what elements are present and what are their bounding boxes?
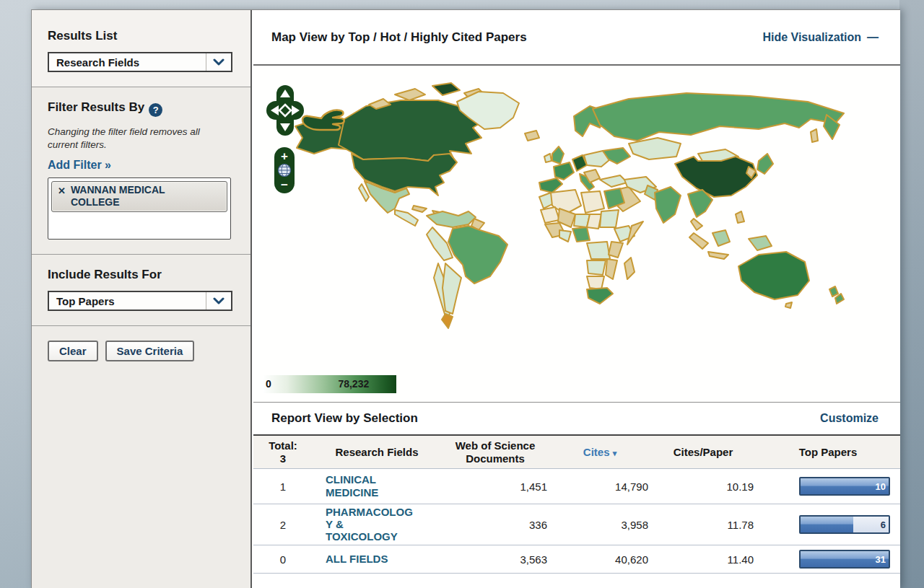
include-results-dropdown-value: Top Papers <box>49 295 206 307</box>
row-rank: 2 <box>253 519 313 531</box>
results-list-heading: Results List <box>48 29 235 43</box>
column-cites-sorted[interactable]: Cites ▾ <box>549 446 650 459</box>
field-link-all-fields[interactable]: ALL FIELDS <box>313 553 388 565</box>
map-header: Map View by Top / Hot / Highly Cited Pap… <box>253 10 900 66</box>
top-papers-value: 10 <box>876 481 886 492</box>
field-link-pharmacology-toxicology[interactable]: PHARMACOLOG Y & TOXICOLOGY <box>313 506 413 543</box>
add-filter-link[interactable]: Add Filter » <box>48 159 111 172</box>
cites-per-paper-value: 11.40 <box>650 553 756 566</box>
clear-button[interactable]: Clear <box>48 341 98 361</box>
filter-note-line2: current filters. <box>48 139 107 150</box>
sidebar: Results List Research Fields Filter Resu… <box>32 10 252 588</box>
zoom-out-button[interactable]: − <box>281 178 288 192</box>
save-criteria-button[interactable]: Save Criteria <box>105 341 195 361</box>
filter-note-line1: Changing the filter field removes all <box>48 126 200 137</box>
table-row: 0 ALL FIELDS 3,563 40,620 11.40 31 <box>253 545 900 574</box>
map-zoom-control[interactable]: + − <box>274 146 295 194</box>
report-table: Total:3 Research Fields Web of ScienceDo… <box>253 436 900 574</box>
main-panel: Map View by Top / Hot / Highly Cited Pap… <box>253 10 900 588</box>
active-filters-box: ✕ WANNAN MEDICAL COLLEGE <box>48 177 231 240</box>
wos-documents-value: 3,563 <box>441 553 549 566</box>
sidebar-actions: Clear Save Criteria <box>32 326 250 376</box>
minimize-icon[interactable]: — <box>867 31 879 43</box>
report-title: Report View by Selection <box>271 411 418 426</box>
column-wos-documents[interactable]: Web of ScienceDocuments <box>441 439 549 465</box>
continent-oceania[interactable] <box>738 252 844 308</box>
top-papers-cell: 6 <box>756 515 900 534</box>
field-link-clinical-medicine[interactable]: CLINICAL MEDICINE <box>313 473 378 499</box>
top-papers-bar: 31 <box>799 550 890 569</box>
top-papers-cell: 10 <box>756 477 900 496</box>
map-legend: 0 78,232 <box>263 375 396 393</box>
results-list-section: Results List Research Fields <box>32 10 250 87</box>
table-row: 1 CLINICAL MEDICINE 1,451 14,790 10.19 1… <box>253 468 900 504</box>
globe-icon[interactable] <box>279 164 291 177</box>
column-total: Total:3 <box>253 439 313 465</box>
app-window: Results List Research Fields Filter Resu… <box>31 9 900 588</box>
world-map[interactable] <box>253 73 892 376</box>
wos-label-line2: Documents <box>466 452 525 465</box>
top-papers-bar: 10 <box>799 477 890 496</box>
filter-section: Filter Results By? Changing the filter f… <box>32 87 250 255</box>
map-area: + − 0 78,232 <box>253 66 900 402</box>
total-label: Total: <box>269 439 297 452</box>
sort-desc-icon: ▾ <box>613 449 617 457</box>
include-results-heading: Include Results For <box>48 268 235 282</box>
column-cites-per-paper[interactable]: Cites/Paper <box>650 446 756 459</box>
cites-per-paper-value: 11.78 <box>650 519 756 531</box>
continent-north-america[interactable] <box>295 83 539 226</box>
zoom-in-button[interactable]: + <box>281 149 288 163</box>
chevron-down-icon <box>206 292 231 310</box>
help-icon[interactable]: ? <box>149 103 162 117</box>
top-papers-bar: 6 <box>799 515 890 534</box>
row-rank: 0 <box>253 553 313 566</box>
cites-value: 40,620 <box>549 553 650 566</box>
cites-value: 14,790 <box>549 481 650 493</box>
table-row: 2 PHARMACOLOG Y & TOXICOLOGY 336 3,958 1… <box>253 504 900 545</box>
hand-cursor-icon <box>301 106 346 133</box>
wos-documents-value: 336 <box>441 519 549 531</box>
map-pan-control[interactable] <box>266 84 305 136</box>
column-top-papers[interactable]: Top Papers <box>756 446 900 459</box>
results-list-dropdown[interactable]: Research Fields <box>48 52 232 72</box>
legend-max-value: 78,232 <box>338 378 369 390</box>
filter-heading-text: Filter Results By <box>48 100 144 114</box>
cites-per-paper-value: 10.19 <box>650 481 756 493</box>
customize-link[interactable]: Customize <box>820 412 879 425</box>
cites-label: Cites <box>583 446 610 458</box>
hide-visualization: Hide Visualization— <box>762 31 879 44</box>
results-list-dropdown-value: Research Fields <box>49 56 206 69</box>
hide-visualization-link[interactable]: Hide Visualization <box>762 31 861 43</box>
filter-chip[interactable]: ✕ WANNAN MEDICAL COLLEGE <box>51 181 227 211</box>
bar-fill <box>801 517 853 532</box>
column-research-fields[interactable]: Research Fields <box>313 446 441 459</box>
wos-label-line1: Web of Science <box>456 439 536 452</box>
include-results-dropdown[interactable]: Top Papers <box>48 291 232 311</box>
screen: Results List Research Fields Filter Resu… <box>0 0 924 588</box>
remove-filter-icon[interactable]: ✕ <box>58 185 66 196</box>
wos-documents-value: 1,451 <box>441 481 549 493</box>
window-right-edge <box>899 0 924 588</box>
include-results-section: Include Results For Top Papers <box>32 255 250 326</box>
filter-heading: Filter Results By? <box>48 100 235 117</box>
top-papers-value: 31 <box>876 554 886 565</box>
report-header: Report View by Selection Customize <box>253 402 900 436</box>
continent-south-america[interactable] <box>427 211 507 328</box>
table-header-row: Total:3 Research Fields Web of ScienceDo… <box>253 436 900 468</box>
chevron-down-icon <box>206 53 231 71</box>
top-papers-cell: 31 <box>756 550 900 569</box>
top-papers-value: 6 <box>881 519 886 530</box>
map-title: Map View by Top / Hot / Highly Cited Pap… <box>271 30 527 45</box>
filter-note: Changing the filter field removes allcur… <box>48 126 235 152</box>
cites-value: 3,958 <box>549 519 650 531</box>
legend-min-value: 0 <box>266 378 271 390</box>
row-rank: 1 <box>253 481 313 493</box>
total-count: 3 <box>280 452 286 465</box>
filter-chip-label: WANNAN MEDICAL COLLEGE <box>71 184 197 207</box>
